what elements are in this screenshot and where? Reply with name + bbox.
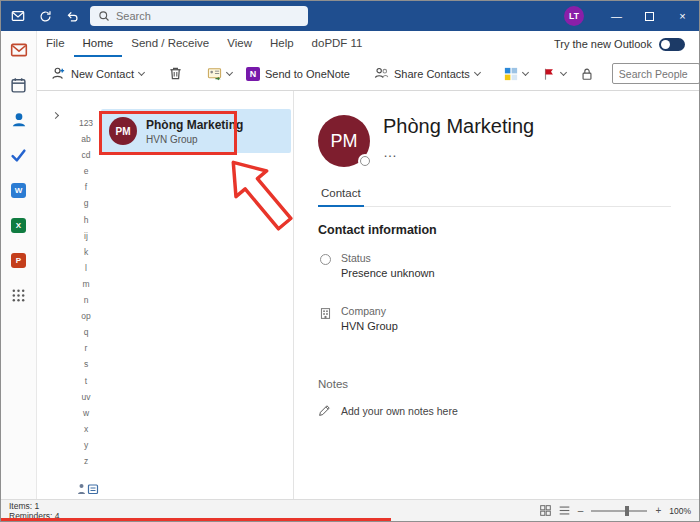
zoom-out-button[interactable]: – [578,505,584,516]
alphabet-letter[interactable]: cd [73,147,99,163]
calendar-icon[interactable] [8,74,30,96]
mail-icon[interactable] [8,39,30,61]
contact-list-pane: 123abcdefghijklmnopqrstuvwxyz PM Phòng M… [73,91,293,499]
contact-detail-pane: PM Phòng Marketing … Contact Contact inf… [293,91,699,499]
new-contact-button[interactable]: New Contact [45,61,150,86]
contact-cards: PM Phòng Marketing HVN Group [99,91,293,499]
alphabet-letter[interactable]: 123 [73,115,99,131]
alphabet-letter[interactable]: uv [73,389,99,405]
minimize-button[interactable]: — [600,1,633,31]
alphabet-index: 123abcdefghijklmnopqrstuvwxyz [73,91,99,499]
zoom-level[interactable]: 100% [669,506,691,516]
zoom-slider[interactable] [591,510,647,512]
company-icon [318,305,332,332]
tab-dopdf[interactable]: doPDF 11 [303,31,372,57]
pencil-icon [318,404,331,417]
alphabet-letter[interactable]: e [73,163,99,179]
chevron-right-icon [51,111,58,118]
share-contacts-button[interactable]: Share Contacts [368,61,486,86]
alphabet-letter[interactable]: m [73,276,99,292]
private-button[interactable] [574,62,600,86]
ribbon: New Contact N Send to OneNote Share Cont… [37,57,699,91]
card-view-icon[interactable] [540,505,551,516]
forward-contact-button[interactable] [201,61,238,86]
alphabet-letter[interactable]: r [73,340,99,356]
tab-send-receive[interactable]: Send / Receive [122,31,218,57]
flag-icon [542,67,556,81]
detail-avatar: PM [318,115,370,167]
tab-view[interactable]: View [218,31,261,57]
alphabet-letter[interactable]: op [73,308,99,324]
tab-contact[interactable]: Contact [318,187,364,207]
contact-company: HVN Group [146,134,243,145]
tab-file[interactable]: File [37,31,74,57]
follow-up-button[interactable] [536,62,572,86]
undo-icon[interactable] [64,8,80,24]
alphabet-letter[interactable]: ij [73,228,99,244]
excel-icon[interactable]: X [8,214,30,236]
expand-folder-pane-button[interactable] [47,107,63,123]
new-outlook-toggle[interactable] [659,38,685,51]
account-avatar[interactable]: LT [564,6,584,26]
title-bar: LT — × [1,1,699,31]
alphabet-letter[interactable]: g [73,195,99,211]
contact-avatar: PM [109,117,137,145]
alphabet-letter[interactable]: x [73,421,99,437]
detail-contact-name: Phòng Marketing [383,115,534,138]
chevron-down-icon [560,68,567,75]
presence-unknown-icon [318,252,332,279]
titlebar-right: LT — × [564,1,699,31]
powerpoint-icon[interactable]: P [8,249,30,271]
onenote-icon: N [246,67,260,81]
notes-placeholder: Add your own notes here [341,405,458,417]
try-new-outlook-label: Try the new Outlook [554,38,652,50]
items-count: Items: 1 [9,501,60,511]
menu-bar: File Home Send / Receive View Help doPDF… [37,31,699,57]
add-notes-button[interactable]: Add your own notes here [318,404,671,417]
alphabet-letter[interactable]: h [73,212,99,228]
outlook-window: LT — × W X P File [0,0,700,522]
people-icon[interactable] [8,109,30,131]
detail-tabs: Contact [318,187,671,207]
alphabet-letter[interactable]: w [73,405,99,421]
alphabet-letter[interactable]: ab [73,131,99,147]
zoom-slider-handle[interactable] [625,506,629,516]
zoom-in-button[interactable]: + [655,505,661,516]
company-row: Company HVN Group [318,305,671,332]
search-input[interactable] [116,10,300,22]
alphabet-letter[interactable]: q [73,324,99,340]
status-bar: Items: 1 Reminders: 4 – + 100% [1,499,699,521]
contact-overflow-button[interactable]: … [383,144,534,160]
company-value: HVN Group [341,320,398,332]
outlook-app-icon[interactable] [10,8,26,24]
more-apps-icon[interactable] [8,284,30,306]
alphabet-letter[interactable]: f [73,179,99,195]
alphabet-letter[interactable]: n [73,292,99,308]
list-view-icon[interactable] [559,505,570,516]
delete-button[interactable] [162,61,189,86]
close-button[interactable]: × [666,1,699,31]
change-view-button[interactable] [498,62,534,86]
word-icon[interactable]: W [8,179,30,201]
send-to-onenote-button[interactable]: N Send to OneNote [240,62,356,86]
alphabet-letter[interactable]: k [73,244,99,260]
contact-list-item-selected[interactable]: PM Phòng Marketing HVN Group [101,109,291,153]
alphabet-letter[interactable]: s [73,356,99,372]
maximize-button[interactable] [633,1,666,31]
lock-icon [580,67,594,81]
alphabet-letter[interactable]: t [73,373,99,389]
send-receive-icon[interactable] [37,8,53,24]
tab-home[interactable]: Home [74,31,123,57]
alphabet-letter[interactable]: l [73,260,99,276]
alphabet-letter[interactable]: y [73,437,99,453]
search-people-input[interactable] [612,63,700,84]
alphabet-letter[interactable]: z [73,453,99,469]
chevron-down-icon [474,68,481,75]
tab-help[interactable]: Help [261,31,303,57]
titlebar-search[interactable] [90,6,308,26]
search-icon [98,10,110,22]
todo-icon[interactable] [8,144,30,166]
contact-header: PM Phòng Marketing … [318,115,671,167]
people-directory-icon[interactable] [77,483,99,495]
new-outlook-switch: Try the new Outlook [554,31,699,57]
